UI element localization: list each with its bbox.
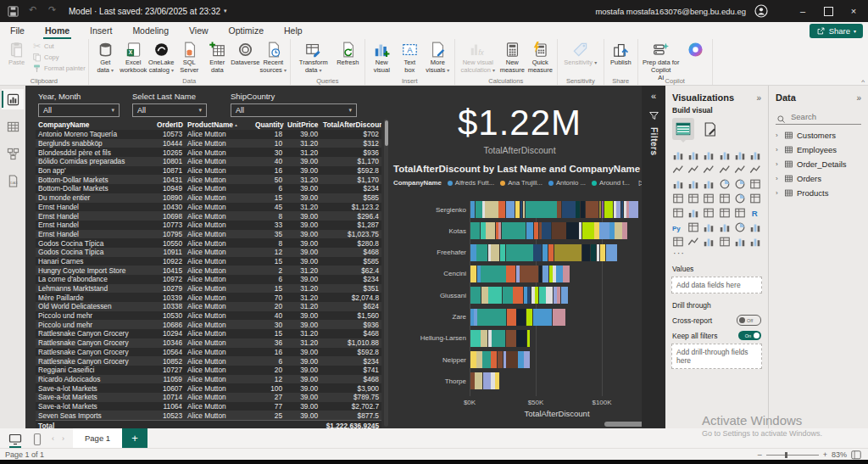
bar-segment[interactable] <box>563 266 569 282</box>
bar-row-freehafer[interactable]: Freehafer <box>393 244 642 261</box>
bar-segment[interactable] <box>524 351 530 368</box>
title-dropdown-icon[interactable]: ▾ <box>224 8 227 14</box>
bar-segment[interactable] <box>506 244 533 261</box>
visual-kpi-icon[interactable] <box>687 207 699 219</box>
bar-segment[interactable] <box>506 351 517 368</box>
bar-row-kotas[interactable]: Kotas <box>393 222 642 239</box>
visual-decomposition-tree-icon[interactable] <box>719 221 731 233</box>
bar-segment[interactable] <box>527 287 531 304</box>
table-row[interactable]: Bon app'10871Alice Mutton1639.00$592.8 <box>36 166 381 176</box>
table-scrollbar-thumb[interactable] <box>385 120 388 146</box>
bar-segment[interactable] <box>476 244 487 261</box>
bar-segment[interactable] <box>597 244 599 261</box>
bar-segment[interactable] <box>616 201 620 218</box>
bar-segment[interactable] <box>481 266 506 282</box>
get-more-visuals-button[interactable]: ··· <box>665 248 768 258</box>
bar-segment[interactable] <box>531 287 535 304</box>
bar-segment[interactable] <box>482 351 491 368</box>
visual-slicer-icon[interactable] <box>703 207 715 219</box>
visual-power-automate-icon[interactable] <box>703 236 715 248</box>
bar-segment[interactable] <box>520 266 538 282</box>
visual-matrix-icon[interactable] <box>734 207 746 219</box>
bar-segment[interactable] <box>561 287 568 304</box>
visual-card-icon[interactable] <box>749 193 761 204</box>
next-page-icon[interactable]: › <box>62 434 64 443</box>
format-visual-icon[interactable] <box>703 122 717 137</box>
bar-segment[interactable] <box>534 222 539 239</box>
legend-item[interactable]: Ana Trujill... <box>500 179 542 187</box>
data-table-employees[interactable]: › Employees <box>769 143 868 157</box>
bar-segment[interactable] <box>535 287 538 304</box>
card-visual[interactable]: $1.22M TotalAfterDiscount <box>397 103 642 155</box>
canvas-horizontal-scrollbar[interactable] <box>604 422 642 427</box>
bar-segment[interactable] <box>581 201 585 218</box>
visual-line-chart-icon[interactable] <box>672 164 684 176</box>
cross-report-toggle[interactable]: Off <box>737 315 761 326</box>
visual-r-script-visual-icon[interactable]: R <box>749 207 761 219</box>
visual-line-and-clustered-column-chart-icon[interactable] <box>734 164 746 176</box>
bar-segment[interactable] <box>591 244 597 261</box>
bar-segment[interactable] <box>527 330 531 347</box>
stacked-bar[interactable] <box>470 222 628 239</box>
table-row[interactable]: Save-a-lot Markets10607Alice Mutton10039… <box>36 383 381 393</box>
bar-segment[interactable] <box>542 266 548 282</box>
visual-python-visual-icon[interactable]: Py <box>672 221 684 233</box>
new-button[interactable]: Newvisual <box>368 41 396 75</box>
bar-segment[interactable] <box>609 222 615 239</box>
table-row[interactable]: Old World Delicatessen10338Alice Mutton2… <box>36 302 381 311</box>
column-header-productname[interactable]: ProductName ▲ <box>185 120 253 129</box>
zoom-slider-thumb[interactable] <box>785 452 787 458</box>
bar-segment[interactable] <box>491 351 497 368</box>
table-row[interactable]: Bottom-Dollar Markets10431Alice Mutton50… <box>36 175 381 184</box>
visual-qa-visual-icon[interactable] <box>734 221 746 233</box>
table-row[interactable]: Hungry Coyote Import Store10415Alice Mut… <box>36 266 381 275</box>
stacked-bar[interactable] <box>470 330 531 347</box>
ribbon-tab-view[interactable]: View <box>179 22 219 39</box>
bar-segment[interactable] <box>491 372 495 389</box>
visual-key-influencers-icon[interactable] <box>703 221 715 233</box>
ribbon-tab-modeling[interactable]: Modeling <box>122 22 179 39</box>
zoom-in-button[interactable]: + <box>823 450 827 459</box>
bar-segment[interactable] <box>485 201 498 218</box>
bar-chart-visual[interactable]: TotalAfterDiscount by Last Name and Comp… <box>393 164 642 425</box>
bar-segment[interactable] <box>554 244 581 261</box>
drill-through-field-well[interactable]: Add drill-through fields here <box>671 344 762 369</box>
bar-segment[interactable] <box>604 201 613 218</box>
visual-stacked-area-chart-icon[interactable] <box>703 164 715 176</box>
visual-power-apps-icon[interactable] <box>734 236 746 248</box>
quick-button[interactable]: Quickmeasure <box>526 41 554 75</box>
table-row[interactable]: Seven Seas Imports10523Alice Mutton2539.… <box>36 411 381 420</box>
bar-segment[interactable] <box>562 201 576 218</box>
table-visual[interactable]: CompanyNameOrderIDProductName ▲QuantityU… <box>36 119 381 428</box>
table-row[interactable]: La corne d'abondance10972Alice Mutton639… <box>36 275 381 284</box>
bar-segment[interactable] <box>475 372 482 389</box>
expand-chevron-icon[interactable]: › <box>776 189 781 197</box>
visual-table-icon[interactable] <box>719 207 731 219</box>
enter-button[interactable]: Enterdata <box>203 41 231 75</box>
values-field-well[interactable]: Add data fields here <box>671 277 762 293</box>
table-row[interactable]: Berglunds snabbköp10444Alice Mutton1031.… <box>36 139 381 148</box>
bar-segment[interactable] <box>542 244 548 261</box>
bar-segment[interactable] <box>470 287 481 304</box>
table-row[interactable]: Ernst Handel10430Alice Mutton4531.20$1,1… <box>36 203 381 212</box>
visual-clustered-column-chart-icon[interactable] <box>719 149 731 161</box>
bar-segment[interactable] <box>470 222 480 239</box>
table-row[interactable]: Rattlesnake Canyon Grocery10852Alice Mut… <box>36 356 381 366</box>
avatar-icon[interactable] <box>754 4 768 18</box>
bar-row-neipper[interactable]: Neipper <box>393 351 642 368</box>
bar-segment[interactable] <box>477 309 506 326</box>
redo-icon[interactable]: ↷ <box>46 5 58 18</box>
bar-segment[interactable] <box>622 222 627 239</box>
bar-segment[interactable] <box>507 309 516 326</box>
bar-segment[interactable] <box>549 266 553 282</box>
slicer-dropdown[interactable]: All▾ <box>38 103 120 117</box>
minimize-button[interactable]: – <box>790 0 815 22</box>
table-row[interactable]: Bólido Comidas preparadas10801Alice Mutt… <box>36 157 381 166</box>
model-view-button[interactable] <box>2 143 24 164</box>
bar-segment[interactable] <box>552 222 566 239</box>
zoom-out-button[interactable]: – <box>758 450 762 459</box>
publish-button[interactable]: Publish <box>607 41 635 67</box>
visual-100-stacked-column-chart-icon[interactable] <box>749 149 761 161</box>
visual-treemap-icon[interactable] <box>749 178 761 190</box>
bar-segment[interactable] <box>600 244 606 261</box>
